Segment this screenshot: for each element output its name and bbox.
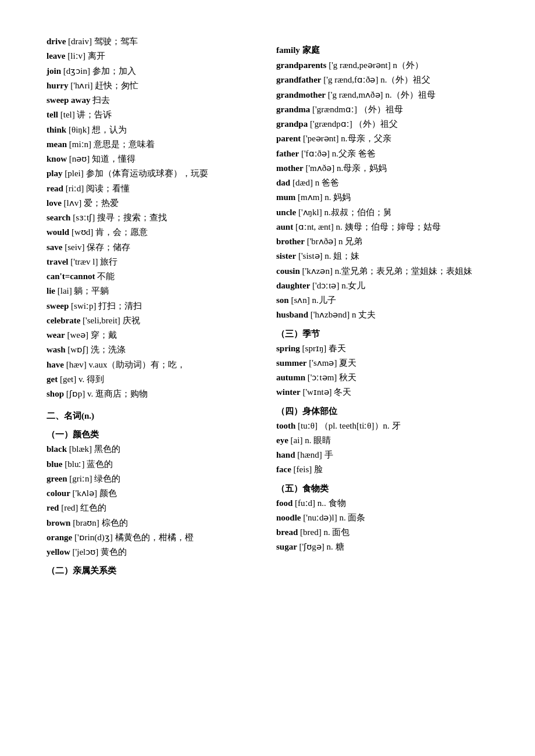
list-item: join [dʒɔin] 参加；加入: [47, 65, 265, 78]
list-item: eye [ai] n. 眼睛: [276, 434, 494, 447]
word: leave: [47, 51, 65, 60]
list-item: sweep away 扫去: [47, 94, 265, 107]
list-item: search [sɜːtʃ] 搜寻；搜索；查找: [47, 211, 265, 224]
word: search: [47, 213, 70, 222]
word: think: [47, 125, 66, 134]
list-item: love [lʌv] 爱；热爱: [47, 197, 265, 210]
phonetic: ['hʌri]: [70, 81, 92, 90]
phonetic: ['sʌmə]: [309, 358, 337, 368]
phonetic: ['ɒrin(d)ʒ]: [74, 533, 113, 542]
word: spring: [276, 344, 300, 353]
phonetic: [θiŋk]: [69, 125, 90, 134]
word: colour: [47, 488, 70, 498]
word: play: [47, 169, 63, 178]
list-item: colour ['kʌlə] 颜色: [47, 487, 265, 500]
list-item: think [θiŋk] 想，认为: [47, 123, 265, 137]
word: dad: [276, 178, 290, 187]
word: get: [47, 375, 58, 384]
list-item: leave [liːv] 离开: [47, 49, 265, 63]
word: summer: [276, 358, 307, 368]
list-item: grandfather ['g rænd,fɑːðə] n.（外）祖父: [276, 73, 494, 87]
word: bread: [276, 527, 298, 537]
word: eye: [276, 436, 288, 445]
left-column: drive [draiv] 驾驶；驾车leave [liːv] 离开join […: [47, 35, 276, 579]
list-item: noodle ['nuːdə)l] n. 面条: [276, 511, 494, 525]
phonetic: ['ɔːtəm]: [308, 373, 337, 382]
list-item: husband ['hʌzbənd] n 丈夫: [276, 308, 494, 322]
word: sister: [276, 251, 296, 261]
sub-header: （五）食物类: [276, 482, 494, 495]
phonetic: [wʊd]: [72, 227, 93, 237]
phonetic: [blæk]: [69, 444, 92, 454]
word: green: [47, 474, 67, 483]
word: grandfather: [276, 75, 322, 84]
word: food: [276, 498, 293, 508]
sub-header: （二）亲属关系类: [47, 564, 265, 577]
list-item: brown [braʊn] 棕色的: [47, 516, 265, 530]
phonetic: ['peərənt]: [303, 134, 339, 143]
phonetic: [ai]: [291, 436, 303, 445]
list-item: hand [hænd] 手: [276, 448, 494, 462]
sub-header: （一）颜色类: [47, 427, 265, 441]
list-item: brother ['brʌðə] n 兄弟: [276, 235, 494, 248]
phonetic: ['g rænd,mʌðə]: [328, 90, 383, 99]
phonetic: [ɑːnt, ænt]: [295, 222, 334, 231]
list-item: sweep [swiːp] 打扫；清扫: [47, 299, 265, 313]
list-item: have [hæv] v.aux（助动词）有；吃，: [47, 358, 265, 372]
list-item: grandma ['grændmɑː] （外）祖母: [276, 103, 494, 116]
word: know: [47, 154, 67, 163]
phonetic: [griːn]: [69, 474, 92, 483]
phonetic: ['jelɔʊ]: [73, 547, 99, 557]
list-item: aunt [ɑːnt, ænt] n. 姨母；伯母；婶母；姑母: [276, 220, 494, 234]
word: celebrate: [47, 316, 80, 325]
list-item: uncle ['ʌŋkl] n.叔叔；伯伯；舅: [276, 206, 494, 219]
phonetic: ['kʌlə]: [73, 488, 97, 498]
sub-header: （四）身体部位: [276, 404, 494, 418]
word: tell: [47, 110, 58, 119]
phonetic: ['ʌŋkl]: [298, 208, 322, 217]
phonetic: [lʌv]: [64, 198, 82, 208]
list-item: grandparents ['g rænd,peərənt] n（外）: [276, 59, 494, 72]
word: black: [47, 444, 67, 454]
phonetic: [plei]: [65, 169, 83, 178]
word: love: [47, 198, 62, 208]
word: hand: [276, 450, 295, 459]
word: read: [47, 184, 63, 193]
phonetic: [tel]: [60, 110, 75, 119]
list-item: wash [wɒʃ] 洗；洗涤: [47, 343, 265, 356]
phonetic: [riːd]: [66, 184, 84, 193]
list-item: summer ['sʌmə] 夏天: [276, 356, 494, 370]
phonetic: ['g rænd,peərənt]: [329, 60, 391, 70]
phonetic: [nəʊ]: [69, 154, 90, 163]
phonetic: ['fɑːðə]: [301, 149, 330, 158]
list-item: get [get] v. 得到: [47, 373, 265, 386]
phonetic: [sɜːtʃ]: [73, 213, 95, 222]
list-item: tell [tel] 讲；告诉: [47, 108, 265, 122]
list-item: sister ['sistə] n. 姐；妹: [276, 249, 494, 263]
list-item: daughter ['dɔːtə] n.女儿: [276, 279, 494, 293]
list-item: grandmother ['g rænd,mʌðə] n.（外）祖母: [276, 88, 494, 102]
section-header: family 家庭: [276, 43, 494, 57]
list-item: save [seiv] 保存；储存: [47, 241, 265, 254]
phonetic: ['kʌzən]: [302, 266, 333, 276]
phonetic: [braʊn]: [73, 518, 99, 527]
phonetic: [sʌn]: [291, 295, 309, 305]
word: daughter: [276, 281, 310, 290]
list-item: green [griːn] 绿色的: [47, 472, 265, 486]
word: mum: [276, 192, 295, 202]
list-item: sugar ['ʃʊgə] n. 糖: [276, 540, 494, 554]
phonetic: [liːv]: [67, 51, 85, 60]
phonetic: [fuːd]: [295, 498, 315, 508]
phonetic: ['mʌðə]: [305, 163, 334, 173]
list-item: can't=cannot 不能: [47, 270, 265, 283]
phonetic: [wɒʃ]: [67, 345, 88, 354]
word: father: [276, 149, 299, 158]
right-column: family 家庭grandparents ['g rænd,peərənt] …: [276, 35, 494, 579]
list-item: father ['fɑːðə] n.父亲 爸爸: [276, 147, 494, 161]
list-item: son [sʌn] n.儿子: [276, 294, 494, 307]
phonetic: [ʃɒp]: [66, 389, 85, 398]
phonetic: [hæv]: [66, 360, 87, 369]
word: husband: [276, 310, 308, 319]
word: grandmother: [276, 90, 326, 99]
phonetic: [mʌm]: [298, 192, 322, 202]
